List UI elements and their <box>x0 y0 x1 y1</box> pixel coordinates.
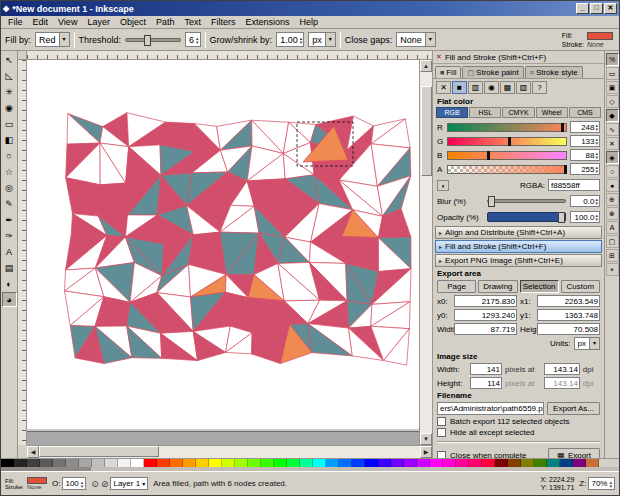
red-channel-spinner[interactable]: 248 ▴▾ <box>570 121 600 133</box>
scroll-down-icon[interactable]: ▼ <box>420 433 432 445</box>
palette-swatch[interactable] <box>274 459 287 467</box>
tweak-tool[interactable]: ✳ <box>2 84 17 99</box>
export-page-button[interactable]: Page <box>437 280 476 293</box>
layer-lock-icon[interactable]: ⊘ <box>101 479 109 489</box>
current-stroke-value[interactable]: None <box>587 41 613 48</box>
palette-swatch[interactable] <box>352 459 365 467</box>
slider-thumb[interactable] <box>508 137 511 146</box>
y0-input[interactable]: 1293.240 <box>454 309 517 321</box>
dpi-width-input[interactable]: 143.14 <box>544 363 580 375</box>
menu-extensions[interactable]: Extensions <box>240 17 294 27</box>
palette-swatch[interactable] <box>183 459 196 467</box>
palette-swatch[interactable] <box>521 459 534 467</box>
master-opacity-spinner[interactable]: 100 ▴▾ <box>62 477 86 490</box>
close-when-complete-checkbox[interactable] <box>437 451 446 458</box>
blur-spinner[interactable]: 0.0 ▴▾ <box>570 195 600 207</box>
scroll-left-icon[interactable]: ◀ <box>27 446 39 458</box>
style-indicator[interactable]: Fill: Stroke: None <box>5 477 47 490</box>
ellipse-tool[interactable]: ○ <box>2 148 17 163</box>
gradient-tool[interactable]: ▤ <box>2 260 17 275</box>
snap-object-center[interactable]: ⊕ <box>606 193 619 206</box>
palette-swatch[interactable] <box>378 459 391 467</box>
pattern[interactable]: ▦ <box>500 81 515 94</box>
snap-nodes[interactable]: ◆ <box>606 109 619 122</box>
rectangle-tool[interactable]: ▭ <box>2 116 17 131</box>
green-channel-spinner[interactable]: 133 ▴▾ <box>570 135 600 147</box>
export-button[interactable]: ▦ Export <box>548 448 600 458</box>
snap-page-border[interactable]: ▢ <box>606 235 619 248</box>
fill-stroke-collapsed-header[interactable]: ▸ Fill and Stroke (Shift+Ctrl+F) <box>435 240 602 253</box>
opacity-spinner[interactable]: 100.0 ▴▾ <box>570 211 600 223</box>
spinner-arrows-icon[interactable]: ▴▾ <box>595 123 598 131</box>
palette-swatch[interactable] <box>430 459 443 467</box>
palette-swatch[interactable] <box>495 459 508 467</box>
spinner-arrows-icon[interactable]: ▴▾ <box>595 137 598 145</box>
swatch-paint[interactable]: ▧ <box>516 81 531 94</box>
color-picker-icon[interactable]: ◗ <box>437 180 449 191</box>
palette-swatch[interactable] <box>469 459 482 467</box>
dropper-tool[interactable]: ◐ <box>2 276 17 291</box>
tab-stroke-style[interactable]: ≡ Stroke style <box>525 66 583 78</box>
layer-visibility-icon[interactable]: ⊙ <box>91 479 99 489</box>
paint-bucket-tool[interactable]: ◕ <box>2 292 17 307</box>
palette-swatch[interactable] <box>196 459 209 467</box>
tab-hsl[interactable]: HSL <box>469 107 501 118</box>
star-tool[interactable]: ☆ <box>2 164 17 179</box>
export-panel-header[interactable]: ▸ Export PNG Image (Shift+Ctrl+E) <box>435 254 602 267</box>
close-button[interactable]: ✕ <box>604 3 617 14</box>
image-width-input[interactable]: 141 <box>470 363 502 375</box>
spinner-arrows-icon[interactable]: ▴▾ <box>595 213 598 221</box>
menu-object[interactable]: Object <box>115 17 151 27</box>
palette-swatch[interactable] <box>573 459 586 467</box>
palette-swatch[interactable] <box>365 459 378 467</box>
horizontal-scroll-thumb[interactable] <box>39 446 159 457</box>
x0-input[interactable]: 2175.830 <box>454 295 517 307</box>
horizontal-scrollbar[interactable]: ◀ ▶ <box>27 445 432 458</box>
status-stroke-value[interactable]: None <box>27 484 47 490</box>
export-drawing-button[interactable]: Drawing <box>478 280 517 293</box>
ruler-horizontal[interactable] <box>27 51 432 60</box>
snap-text-baseline[interactable]: A <box>606 221 619 234</box>
spinner-arrows-icon[interactable]: ▴▾ <box>595 165 598 173</box>
palette-swatch[interactable] <box>92 459 105 467</box>
calligraphy-tool[interactable]: ✑ <box>2 228 17 243</box>
snap-bbox-corner[interactable]: ◇ <box>606 95 619 108</box>
red-channel-slider[interactable] <box>447 123 567 132</box>
export-selection-button[interactable]: Selection <box>520 280 559 293</box>
blue-channel-spinner[interactable]: 88 ▴▾ <box>570 149 600 161</box>
threshold-spinner[interactable]: 6 ▴▾ <box>185 32 201 47</box>
radial-gradient[interactable]: ◉ <box>484 81 499 94</box>
text-tool[interactable]: A <box>2 244 17 259</box>
node-tool[interactable]: ◺ <box>2 68 17 83</box>
palette-swatch[interactable] <box>443 459 456 467</box>
export-as-button[interactable]: Export As... <box>547 402 600 415</box>
blur-slider[interactable] <box>487 199 566 203</box>
slider-thumb[interactable] <box>558 212 565 223</box>
grow-unit-select[interactable]: px ▾ <box>308 32 336 47</box>
snap-path-intersection[interactable]: ✕ <box>606 137 619 150</box>
units-select[interactable]: px ▾ <box>574 337 600 350</box>
snap-cusp-node[interactable]: ◈ <box>606 151 619 164</box>
palette-scroll-thumb[interactable] <box>1 467 91 471</box>
pen-tool[interactable]: ✒ <box>2 212 17 227</box>
snap-rotation-center[interactable]: ⊗ <box>606 207 619 220</box>
snap-enable[interactable]: % <box>606 53 619 66</box>
rgba-hex-input[interactable]: f88558ff <box>548 179 600 191</box>
palette-swatch[interactable] <box>118 459 131 467</box>
palette-swatch[interactable] <box>170 459 183 467</box>
palette-swatch[interactable] <box>534 459 547 467</box>
filename-input[interactable]: ers\Administrator\path6559.png <box>437 402 544 415</box>
palette-swatch[interactable] <box>1 459 14 467</box>
palette-swatch[interactable] <box>547 459 560 467</box>
spinner-arrows-icon[interactable]: ▴▾ <box>595 151 598 159</box>
slider-thumb[interactable] <box>561 123 564 132</box>
palette-swatch[interactable] <box>313 459 326 467</box>
vertical-scroll-thumb[interactable] <box>421 86 432 176</box>
slider-thumb[interactable] <box>488 196 495 207</box>
menu-path[interactable]: Path <box>151 17 180 27</box>
pencil-tool[interactable]: ✎ <box>2 196 17 211</box>
palette-swatch[interactable] <box>456 459 469 467</box>
menu-view[interactable]: View <box>53 17 82 27</box>
palette-swatch[interactable] <box>235 459 248 467</box>
tab-rgb[interactable]: RGB <box>436 107 468 118</box>
